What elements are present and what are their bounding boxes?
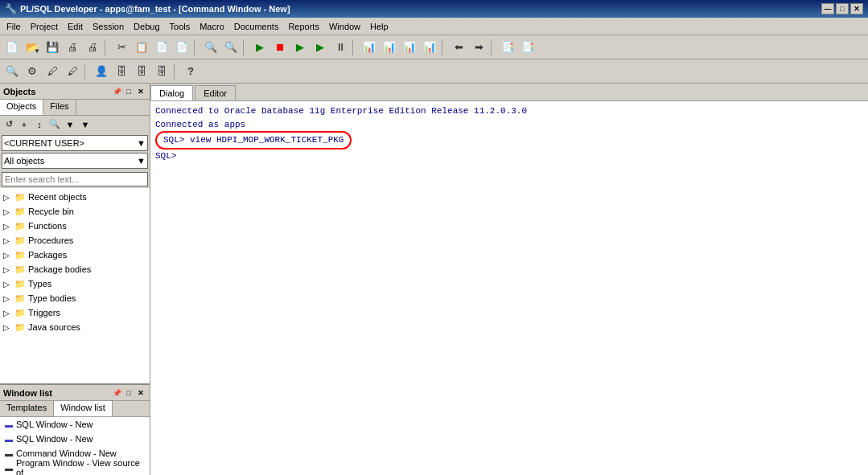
tree-item-recycle[interactable]: ▷ 📁 Recycle bin bbox=[0, 204, 150, 219]
cmd-line-2: Connected as apps bbox=[155, 118, 863, 132]
wl-icon-sql2: ▬ bbox=[5, 435, 13, 444]
wl-float-button[interactable]: □ bbox=[123, 387, 134, 399]
wl-close-button[interactable]: ✕ bbox=[135, 387, 146, 399]
tab-dialog[interactable]: Dialog bbox=[150, 85, 193, 100]
wl-header-buttons: 📌 □ ✕ bbox=[111, 387, 146, 399]
objects-close-button[interactable]: ✕ bbox=[135, 86, 146, 97]
db3-button[interactable]: 🗄 bbox=[152, 63, 171, 80]
menu-bar: File Project Edit Session Debug Tools Ma… bbox=[0, 18, 868, 35]
wl-item-prog[interactable]: ▬ Program Window - View source of bbox=[0, 461, 150, 475]
user-dropdown[interactable]: <CURRENT USER> ▼ bbox=[2, 135, 148, 151]
wl-item-sql1[interactable]: ▬ SQL Window - New bbox=[0, 417, 150, 432]
edit2-button[interactable]: 🖊 bbox=[63, 63, 82, 80]
run3-button[interactable]: ▶ bbox=[311, 39, 330, 56]
open-button[interactable]: 📂▼ bbox=[23, 39, 42, 56]
separator-1 bbox=[105, 39, 109, 55]
user-dropdown-value: <CURRENT USER> bbox=[4, 138, 84, 148]
settings-button[interactable]: ⚙ bbox=[23, 63, 42, 80]
tree-item-packages[interactable]: ▷ 📁 Packages bbox=[0, 248, 150, 262]
print2-button[interactable]: 🖨 bbox=[83, 39, 102, 56]
menu-edit[interactable]: Edit bbox=[63, 20, 88, 33]
tab-editor[interactable]: Editor bbox=[195, 85, 236, 100]
wl-item-sql2[interactable]: ▬ SQL Window - New bbox=[0, 432, 150, 446]
command-window-content[interactable]: Connected to Oracle Database 11g Enterpr… bbox=[150, 101, 868, 475]
sql-highlight-box: SQL> view HDPI_MOP_WORK_TICKET_PKG bbox=[155, 131, 352, 149]
tree-item-types[interactable]: ▷ 📁 Types bbox=[0, 276, 150, 291]
title-text: PL/SQL Developer - apps@fam_test - [Comm… bbox=[20, 4, 290, 14]
expand-functions: ▷ bbox=[3, 222, 13, 231]
objects-tabs: Objects Files bbox=[0, 100, 150, 116]
sort-button[interactable]: ↕ bbox=[32, 118, 47, 131]
run2-button[interactable]: ▶ bbox=[290, 39, 310, 56]
close-button[interactable]: ✕ bbox=[850, 3, 863, 14]
find-button[interactable]: 🔍 bbox=[201, 39, 220, 56]
tree-item-functions[interactable]: ▷ 📁 Functions bbox=[0, 219, 150, 233]
help-button[interactable]: ? bbox=[181, 63, 200, 80]
run-button[interactable]: ▶ bbox=[250, 39, 269, 56]
user-button[interactable]: 👤 bbox=[92, 63, 111, 80]
menu-reports[interactable]: Reports bbox=[283, 20, 324, 33]
tree-item-triggers[interactable]: ▷ 📁 Triggers bbox=[0, 305, 150, 320]
db2-button[interactable]: 🗄 bbox=[132, 63, 151, 80]
menu-project[interactable]: Project bbox=[26, 20, 63, 33]
maximize-button[interactable]: □ bbox=[836, 3, 849, 14]
search-input[interactable] bbox=[2, 172, 148, 186]
tab-objects[interactable]: Objects bbox=[0, 100, 43, 115]
menu-debug[interactable]: Debug bbox=[129, 20, 164, 33]
forward-button[interactable]: ➡ bbox=[469, 39, 488, 56]
obj-filter1-button[interactable]: ▼ bbox=[63, 118, 77, 131]
refresh-button[interactable]: ↺ bbox=[2, 118, 16, 131]
tree-item-java-sources[interactable]: ▷ 📁 Java sources bbox=[0, 320, 150, 334]
new-button[interactable]: 📄 bbox=[2, 39, 22, 56]
tree-item-recent[interactable]: ▷ 📁 Recent objects bbox=[0, 190, 150, 204]
menu-macro[interactable]: Macro bbox=[195, 20, 229, 33]
doc2-button[interactable]: 📑 bbox=[518, 39, 537, 56]
menu-help[interactable]: Help bbox=[365, 20, 393, 33]
tree-item-procedures[interactable]: ▷ 📁 Procedures bbox=[0, 233, 150, 248]
objects-pin-button[interactable]: 📌 bbox=[111, 86, 122, 97]
app-icon: 🔧 bbox=[5, 3, 17, 14]
doc-button[interactable]: 📑 bbox=[498, 39, 517, 56]
menu-window[interactable]: Window bbox=[324, 20, 365, 33]
menu-tools[interactable]: Tools bbox=[165, 20, 195, 33]
menu-documents[interactable]: Documents bbox=[229, 20, 284, 33]
tree-item-package-bodies[interactable]: ▷ 📁 Package bodies bbox=[0, 262, 150, 276]
minimize-button[interactable]: — bbox=[821, 3, 834, 14]
expand-procedures: ▷ bbox=[3, 236, 13, 245]
db1-button[interactable]: 🗄 bbox=[112, 63, 131, 80]
stop-button[interactable]: ⏹ bbox=[270, 39, 290, 56]
plan2-button[interactable]: 📊 bbox=[380, 39, 399, 56]
wl-pin-button[interactable]: 📌 bbox=[111, 387, 122, 399]
step-button[interactable]: ⏸ bbox=[331, 39, 350, 56]
plan-button[interactable]: 📊 bbox=[360, 39, 379, 56]
back-button[interactable]: ⬅ bbox=[449, 39, 468, 56]
cut-button[interactable]: ✂ bbox=[112, 39, 131, 56]
add-button[interactable]: + bbox=[17, 118, 31, 131]
tab-window-list[interactable]: Window list bbox=[54, 401, 113, 416]
window-list-header: Window list 📌 □ ✕ bbox=[0, 385, 150, 401]
edit1-button[interactable]: 🖊 bbox=[43, 63, 62, 80]
obj-filter2-button[interactable]: ▼ bbox=[78, 118, 93, 131]
copy-button[interactable]: 📋 bbox=[132, 39, 151, 56]
search2-button[interactable]: 🔍 bbox=[2, 63, 22, 80]
objects-filter-dropdown[interactable]: All objects ▼ bbox=[2, 153, 148, 169]
expand-recent: ▷ bbox=[3, 193, 13, 202]
replace-button[interactable]: 🔍 bbox=[221, 39, 241, 56]
save-button[interactable]: 💾 bbox=[43, 39, 62, 56]
tab-templates[interactable]: Templates bbox=[0, 401, 54, 416]
paste2-button[interactable]: 📄 bbox=[172, 39, 191, 56]
tree-item-type-bodies[interactable]: ▷ 📁 Type bodies bbox=[0, 291, 150, 305]
menu-file[interactable]: File bbox=[2, 20, 26, 33]
tree-label-types: Types bbox=[28, 279, 51, 289]
objects-filter-value: All objects bbox=[4, 156, 44, 166]
wl-label-sql1: SQL Window - New bbox=[16, 420, 93, 429]
obj-search-button[interactable]: 🔍 bbox=[47, 118, 62, 131]
plan3-button[interactable]: 📊 bbox=[400, 39, 419, 56]
plan4-button[interactable]: 📊 bbox=[420, 39, 439, 56]
tab-files[interactable]: Files bbox=[43, 100, 76, 115]
objects-float-button[interactable]: □ bbox=[123, 86, 134, 97]
menu-session[interactable]: Session bbox=[88, 20, 129, 33]
print-button[interactable]: 🖨 bbox=[63, 39, 82, 56]
expand-type-bodies: ▷ bbox=[3, 294, 13, 303]
paste-button[interactable]: 📄 bbox=[152, 39, 171, 56]
